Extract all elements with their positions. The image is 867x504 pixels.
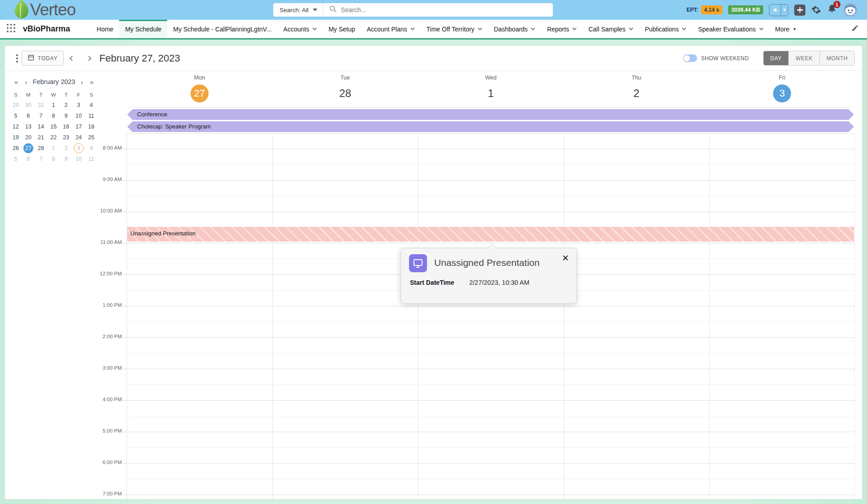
tab-my-schedule-callplanninglgtnv[interactable]: My Schedule - CallPlanningLgtnV... — [167, 20, 277, 38]
minical-day[interactable]: 3 — [72, 143, 85, 154]
minical-day[interactable]: 10 — [72, 154, 85, 164]
minical-day[interactable]: 1 — [47, 143, 60, 154]
time-grid[interactable] — [127, 133, 855, 499]
view-button-month[interactable]: MONTH — [819, 51, 854, 65]
user-avatar[interactable] — [843, 2, 858, 18]
tab-label: Home — [97, 26, 113, 33]
tab-reports[interactable]: Reports — [541, 20, 582, 38]
minical-day[interactable]: 29 — [9, 100, 22, 111]
minical-day[interactable]: 12 — [9, 121, 22, 132]
tab-account-plans[interactable]: Account Plans — [361, 20, 421, 38]
field-value: 2/27/2023, 10:30 AM — [469, 279, 529, 286]
minical-day[interactable]: 20 — [22, 132, 35, 143]
popup-close-icon[interactable]: ✕ — [562, 254, 569, 262]
global-actions-plus-icon[interactable] — [794, 4, 805, 16]
minical-day[interactable]: 18 — [85, 121, 98, 132]
minical-day[interactable]: 8 — [47, 154, 60, 164]
edit-nav-pencil-icon[interactable] — [851, 24, 859, 34]
allday-event-conference[interactable]: Conference — [127, 109, 854, 120]
minical-day[interactable]: 8 — [47, 111, 60, 121]
minical-day[interactable]: 13 — [22, 121, 35, 132]
day-name: Wed — [418, 75, 564, 82]
view-button-day[interactable]: DAY — [764, 51, 789, 65]
minical-day[interactable]: 16 — [60, 121, 72, 132]
minical-day[interactable]: 25 — [85, 132, 98, 143]
minical-day[interactable]: 24 — [72, 132, 85, 143]
minical-day[interactable]: 7 — [35, 154, 47, 164]
tab-dashboards[interactable]: Dashboards — [488, 20, 542, 38]
minical-day[interactable]: 9 — [60, 154, 72, 164]
tab-accounts[interactable]: Accounts — [277, 20, 323, 38]
minical-day[interactable]: 15 — [47, 121, 60, 132]
minical-day[interactable]: 9 — [60, 111, 72, 121]
minical-day[interactable]: 4 — [85, 100, 98, 111]
minical-day[interactable]: 22 — [47, 132, 60, 143]
search-input[interactable] — [341, 6, 553, 13]
minical-day[interactable]: 27 — [22, 143, 35, 154]
view-button-week[interactable]: WEEK — [788, 51, 819, 65]
minical-day[interactable]: 10 — [72, 111, 85, 121]
minical-day[interactable]: 2 — [60, 100, 72, 111]
day-number[interactable]: 2 — [633, 87, 639, 100]
next-month-icon[interactable]: › — [77, 78, 87, 86]
hour-label: 1:00 PM — [89, 302, 122, 308]
minical-day[interactable]: 1 — [47, 100, 60, 111]
minical-day[interactable]: 19 — [9, 132, 22, 143]
minical-day[interactable]: 3 — [72, 100, 85, 111]
timed-event-unassigned-presentation[interactable]: Unassigned Presentation — [127, 227, 854, 242]
tab-my-schedule[interactable]: My Schedule — [119, 20, 167, 38]
tab-speaker-evaluations[interactable]: Speaker Evaluations — [692, 20, 769, 38]
minical-day[interactable]: 6 — [22, 154, 35, 164]
minical-dow: T — [60, 90, 72, 100]
previous-day-chevron-icon[interactable] — [66, 53, 77, 64]
day-number[interactable]: 3 — [773, 84, 791, 102]
favorites-caret-icon[interactable]: ▼ — [781, 4, 788, 16]
minical-day[interactable]: 23 — [60, 132, 72, 143]
today-button[interactable]: TODAY — [22, 51, 64, 66]
nav-tabs: HomeMy ScheduleMy Schedule - CallPlannin… — [91, 20, 802, 38]
minical-day[interactable]: 28 — [35, 143, 47, 154]
allday-event-cholecap-speaker-program[interactable]: Cholecap: Speaker Program — [127, 121, 854, 132]
minical-day[interactable]: 2 — [60, 143, 72, 154]
tab-time-off-territory[interactable]: Time Off Territory — [421, 20, 488, 38]
calendar-menu-kebab-icon[interactable] — [14, 53, 20, 63]
app-launcher-waffle-icon[interactable] — [6, 23, 16, 35]
next-year-icon[interactable]: » — [87, 78, 97, 86]
day-number[interactable]: 28 — [339, 87, 351, 100]
tab-call-samples[interactable]: Call Samples — [582, 20, 639, 38]
minical-dow: W — [47, 90, 60, 100]
minical-dow: F — [72, 90, 85, 100]
minical-day[interactable]: 6 — [22, 111, 35, 121]
tab-more[interactable]: More▼ — [769, 20, 803, 38]
favorites-star-icon[interactable]: ★ — [769, 4, 781, 16]
minical-day[interactable]: 26 — [9, 143, 22, 154]
minical-day[interactable]: 17 — [72, 121, 85, 132]
notifications-bell-icon[interactable]: 1 — [827, 4, 837, 16]
show-weekend-toggle[interactable] — [683, 54, 697, 62]
tab-label: Speaker Evaluations — [698, 26, 756, 33]
day-number[interactable]: 27 — [191, 84, 209, 102]
minical-day[interactable]: 31 — [35, 100, 47, 111]
minical-day[interactable]: 14 — [35, 121, 47, 132]
previous-year-icon[interactable]: « — [11, 78, 21, 86]
tab-my-setup[interactable]: My Setup — [323, 20, 361, 38]
previous-month-icon[interactable]: ‹ — [21, 78, 31, 86]
next-day-chevron-icon[interactable] — [84, 53, 95, 64]
day-number[interactable]: 1 — [488, 87, 494, 100]
minical-day[interactable]: 11 — [85, 154, 98, 164]
minical-day[interactable]: 21 — [35, 132, 47, 143]
minical-day[interactable]: 5 — [9, 154, 22, 164]
minical-day[interactable]: 11 — [85, 111, 98, 121]
popup-title: Unassigned Presentation — [434, 257, 540, 268]
tab-home[interactable]: Home — [91, 20, 119, 38]
setup-gear-icon[interactable] — [811, 5, 821, 15]
tab-publications[interactable]: Publications — [639, 20, 693, 38]
minical-day[interactable]: 7 — [35, 111, 47, 121]
minical-day[interactable]: 5 — [9, 111, 22, 121]
chevron-down-icon — [531, 27, 535, 31]
search-scope-selector[interactable]: Search: All — [273, 3, 323, 17]
day-header-wed: Wed1 — [418, 75, 564, 102]
minical-day[interactable]: 30 — [22, 100, 35, 111]
hour-label: 7:00 PM — [89, 491, 122, 496]
day-header-mon: Mon27 — [127, 75, 272, 102]
